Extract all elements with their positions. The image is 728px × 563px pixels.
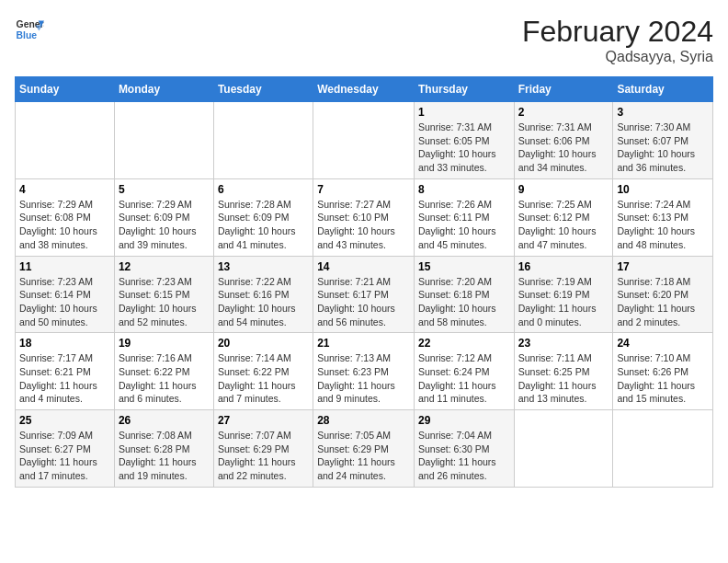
day-info: Sunrise: 7:25 AM Sunset: 6:12 PM Dayligh…	[518, 198, 609, 252]
calendar-day-cell: 5Sunrise: 7:29 AM Sunset: 6:09 PM Daylig…	[114, 178, 213, 256]
weekday-header-row: SundayMondayTuesdayWednesdayThursdayFrid…	[16, 77, 713, 102]
calendar-day-cell: 21Sunrise: 7:13 AM Sunset: 6:23 PM Dayli…	[313, 333, 415, 410]
day-info: Sunrise: 7:27 AM Sunset: 6:10 PM Dayligh…	[317, 198, 410, 252]
calendar-day-cell: 1Sunrise: 7:31 AM Sunset: 6:05 PM Daylig…	[414, 102, 514, 179]
calendar-day-cell: 2Sunrise: 7:31 AM Sunset: 6:06 PM Daylig…	[514, 102, 613, 179]
day-info: Sunrise: 7:17 AM Sunset: 6:21 PM Dayligh…	[19, 351, 110, 406]
calendar-day-cell: 24Sunrise: 7:10 AM Sunset: 6:26 PM Dayli…	[613, 333, 713, 410]
day-number: 20	[218, 337, 309, 350]
day-number: 26	[119, 414, 210, 427]
day-info: Sunrise: 7:05 AM Sunset: 6:29 PM Dayligh…	[317, 429, 410, 483]
day-number: 2	[518, 106, 609, 119]
calendar-day-cell	[213, 102, 313, 179]
day-number: 21	[317, 337, 410, 350]
calendar-day-cell	[313, 102, 415, 179]
day-number: 16	[518, 260, 609, 273]
day-info: Sunrise: 7:13 AM Sunset: 6:23 PM Dayligh…	[317, 351, 410, 406]
calendar-table: SundayMondayTuesdayWednesdayThursdayFrid…	[15, 76, 713, 488]
day-info: Sunrise: 7:30 AM Sunset: 6:07 PM Dayligh…	[617, 121, 709, 175]
calendar-day-cell: 29Sunrise: 7:04 AM Sunset: 6:30 PM Dayli…	[414, 410, 514, 488]
calendar-day-cell: 9Sunrise: 7:25 AM Sunset: 6:12 PM Daylig…	[514, 178, 613, 256]
calendar-day-cell: 27Sunrise: 7:07 AM Sunset: 6:29 PM Dayli…	[213, 410, 313, 488]
day-info: Sunrise: 7:21 AM Sunset: 6:17 PM Dayligh…	[317, 275, 410, 329]
svg-text:Blue: Blue	[17, 30, 38, 40]
calendar-day-cell: 22Sunrise: 7:12 AM Sunset: 6:24 PM Dayli…	[414, 333, 514, 410]
day-info: Sunrise: 7:04 AM Sunset: 6:30 PM Dayligh…	[418, 429, 510, 483]
calendar-day-cell: 25Sunrise: 7:09 AM Sunset: 6:27 PM Dayli…	[16, 410, 115, 488]
calendar-day-cell: 15Sunrise: 7:20 AM Sunset: 6:18 PM Dayli…	[414, 256, 514, 333]
calendar-day-cell: 12Sunrise: 7:23 AM Sunset: 6:15 PM Dayli…	[114, 256, 213, 333]
day-info: Sunrise: 7:26 AM Sunset: 6:11 PM Dayligh…	[418, 198, 510, 252]
day-info: Sunrise: 7:10 AM Sunset: 6:26 PM Dayligh…	[617, 351, 709, 406]
calendar-day-cell	[16, 102, 115, 179]
day-number: 15	[418, 260, 510, 273]
weekday-header-friday: Friday	[514, 77, 613, 102]
day-number: 5	[119, 183, 210, 196]
day-info: Sunrise: 7:14 AM Sunset: 6:22 PM Dayligh…	[218, 351, 309, 406]
calendar-day-cell: 11Sunrise: 7:23 AM Sunset: 6:14 PM Dayli…	[16, 256, 115, 333]
calendar-day-cell: 17Sunrise: 7:18 AM Sunset: 6:20 PM Dayli…	[613, 256, 713, 333]
logo: General Blue	[15, 15, 44, 44]
title-block: February 2024 Qadsayya, Syria	[522, 15, 713, 65]
calendar-day-cell: 10Sunrise: 7:24 AM Sunset: 6:13 PM Dayli…	[613, 178, 713, 256]
calendar-week-row: 18Sunrise: 7:17 AM Sunset: 6:21 PM Dayli…	[16, 333, 713, 410]
day-number: 28	[317, 414, 410, 427]
page-header: General Blue February 2024 Qadsayya, Syr…	[15, 15, 713, 65]
weekday-header-tuesday: Tuesday	[213, 77, 313, 102]
weekday-header-monday: Monday	[114, 77, 213, 102]
day-info: Sunrise: 7:22 AM Sunset: 6:16 PM Dayligh…	[218, 275, 309, 329]
logo-icon: General Blue	[15, 15, 44, 44]
day-number: 14	[317, 260, 410, 273]
day-info: Sunrise: 7:29 AM Sunset: 6:09 PM Dayligh…	[119, 198, 210, 252]
calendar-day-cell: 14Sunrise: 7:21 AM Sunset: 6:17 PM Dayli…	[313, 256, 415, 333]
calendar-day-cell: 23Sunrise: 7:11 AM Sunset: 6:25 PM Dayli…	[514, 333, 613, 410]
calendar-week-row: 25Sunrise: 7:09 AM Sunset: 6:27 PM Dayli…	[16, 410, 713, 488]
day-info: Sunrise: 7:08 AM Sunset: 6:28 PM Dayligh…	[119, 429, 210, 483]
day-info: Sunrise: 7:31 AM Sunset: 6:06 PM Dayligh…	[518, 121, 609, 175]
weekday-header-sunday: Sunday	[16, 77, 115, 102]
day-number: 6	[218, 183, 309, 196]
calendar-day-cell	[114, 102, 213, 179]
day-number: 13	[218, 260, 309, 273]
day-number: 4	[19, 183, 110, 196]
day-info: Sunrise: 7:07 AM Sunset: 6:29 PM Dayligh…	[218, 429, 309, 483]
calendar-day-cell: 20Sunrise: 7:14 AM Sunset: 6:22 PM Dayli…	[213, 333, 313, 410]
day-info: Sunrise: 7:23 AM Sunset: 6:15 PM Dayligh…	[119, 275, 210, 329]
day-info: Sunrise: 7:23 AM Sunset: 6:14 PM Dayligh…	[19, 275, 110, 329]
calendar-day-cell: 8Sunrise: 7:26 AM Sunset: 6:11 PM Daylig…	[414, 178, 514, 256]
calendar-day-cell: 16Sunrise: 7:19 AM Sunset: 6:19 PM Dayli…	[514, 256, 613, 333]
day-number: 12	[119, 260, 210, 273]
month-title: February 2024	[522, 15, 713, 49]
day-number: 27	[218, 414, 309, 427]
day-number: 22	[418, 337, 510, 350]
day-number: 10	[617, 183, 709, 196]
day-number: 29	[418, 414, 510, 427]
day-number: 17	[617, 260, 709, 273]
calendar-day-cell	[613, 410, 713, 488]
day-info: Sunrise: 7:16 AM Sunset: 6:22 PM Dayligh…	[119, 351, 210, 406]
day-info: Sunrise: 7:12 AM Sunset: 6:24 PM Dayligh…	[418, 351, 510, 406]
calendar-day-cell: 19Sunrise: 7:16 AM Sunset: 6:22 PM Dayli…	[114, 333, 213, 410]
day-number: 3	[617, 106, 709, 119]
day-info: Sunrise: 7:09 AM Sunset: 6:27 PM Dayligh…	[19, 429, 110, 483]
day-number: 18	[19, 337, 110, 350]
calendar-day-cell: 7Sunrise: 7:27 AM Sunset: 6:10 PM Daylig…	[313, 178, 415, 256]
calendar-day-cell: 6Sunrise: 7:28 AM Sunset: 6:09 PM Daylig…	[213, 178, 313, 256]
calendar-week-row: 11Sunrise: 7:23 AM Sunset: 6:14 PM Dayli…	[16, 256, 713, 333]
day-info: Sunrise: 7:31 AM Sunset: 6:05 PM Dayligh…	[418, 121, 510, 175]
day-number: 11	[19, 260, 110, 273]
day-number: 8	[418, 183, 510, 196]
calendar-day-cell	[514, 410, 613, 488]
calendar-day-cell: 13Sunrise: 7:22 AM Sunset: 6:16 PM Dayli…	[213, 256, 313, 333]
day-number: 7	[317, 183, 410, 196]
day-info: Sunrise: 7:29 AM Sunset: 6:08 PM Dayligh…	[19, 198, 110, 252]
day-number: 1	[418, 106, 510, 119]
calendar-week-row: 1Sunrise: 7:31 AM Sunset: 6:05 PM Daylig…	[16, 102, 713, 179]
calendar-day-cell: 3Sunrise: 7:30 AM Sunset: 6:07 PM Daylig…	[613, 102, 713, 179]
day-info: Sunrise: 7:20 AM Sunset: 6:18 PM Dayligh…	[418, 275, 510, 329]
day-info: Sunrise: 7:28 AM Sunset: 6:09 PM Dayligh…	[218, 198, 309, 252]
location: Qadsayya, Syria	[522, 49, 713, 65]
calendar-day-cell: 18Sunrise: 7:17 AM Sunset: 6:21 PM Dayli…	[16, 333, 115, 410]
day-number: 9	[518, 183, 609, 196]
weekday-header-wednesday: Wednesday	[313, 77, 415, 102]
